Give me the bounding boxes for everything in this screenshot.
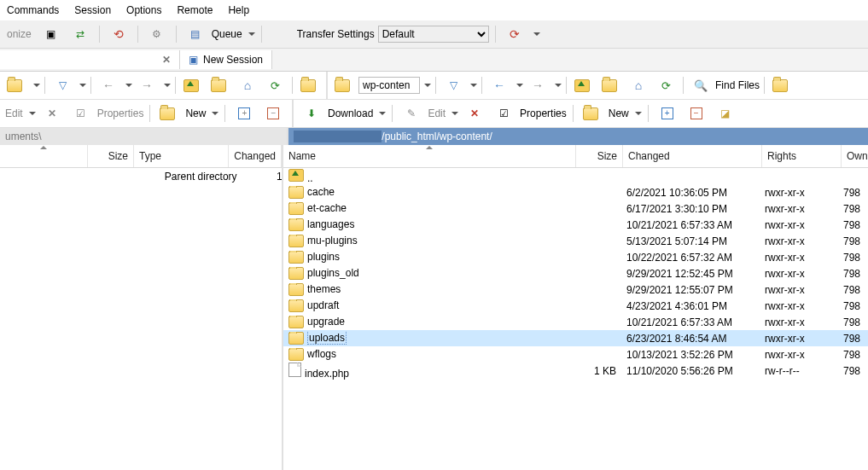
local-col-size[interactable]: Size xyxy=(88,145,134,167)
menu-session[interactable]: Session xyxy=(73,3,113,18)
local-file-list[interactable]: Parent directory10/22/2021 10:28 xyxy=(0,168,282,470)
table-row[interactable]: uploads6/23/2021 8:46:54 AMrwxr-xr-x798 xyxy=(283,330,868,346)
local-col-type[interactable]: Type xyxy=(134,145,229,167)
menu-options[interactable]: Options xyxy=(125,3,163,18)
remote-rootdir-icon[interactable] xyxy=(598,75,624,96)
remote-forward-dropdown-icon[interactable] xyxy=(555,84,562,87)
menu-remote[interactable]: Remote xyxy=(175,3,214,18)
remote-refresh-icon[interactable]: ⟳ xyxy=(653,75,679,96)
remote-filter-icon[interactable]: ▽ xyxy=(440,75,466,96)
local-new-dropdown-icon[interactable] xyxy=(212,112,218,115)
local-column-headers[interactable]: Size Type Changed xyxy=(0,145,282,168)
remote-edit-button[interactable]: Edit xyxy=(428,107,446,119)
remote-selectall-icon[interactable]: + xyxy=(661,107,673,119)
local-bookmark-icon[interactable] xyxy=(297,75,323,96)
local-properties-icon[interactable]: ☑ xyxy=(68,103,94,124)
remote-back-icon[interactable]: ← xyxy=(486,75,512,96)
find-files-icon[interactable]: 🔍 xyxy=(688,75,714,96)
remote-col-changed[interactable]: Changed xyxy=(623,145,762,167)
remote-bookmark-icon[interactable] xyxy=(769,75,795,96)
local-forward-dropdown-icon[interactable] xyxy=(164,84,171,87)
remote-col-name[interactable]: Name xyxy=(283,145,576,167)
local-selectall-icon[interactable]: + xyxy=(238,107,250,119)
download-dropdown-icon[interactable] xyxy=(379,112,386,115)
remote-edit-icon[interactable]: ✎ xyxy=(399,103,424,124)
menu-help[interactable]: Help xyxy=(226,3,251,18)
synchronize-button[interactable]: onize xyxy=(3,24,35,44)
remote-home-icon[interactable]: ⌂ xyxy=(626,75,651,96)
download-icon[interactable]: ⬇ xyxy=(299,103,324,124)
terminal-icon[interactable]: ▣ xyxy=(38,24,64,44)
local-selectnone-icon[interactable]: − xyxy=(267,107,279,119)
remote-properties-icon[interactable]: ☑ xyxy=(491,103,516,124)
remote-dir-icon[interactable] xyxy=(331,75,357,96)
sync-browse-icon[interactable]: ⟲ xyxy=(106,24,131,44)
download-button[interactable]: Download xyxy=(328,107,373,119)
remote-selectnone-icon[interactable]: − xyxy=(690,107,702,119)
local-new-icon[interactable] xyxy=(156,103,182,124)
compare-icon[interactable]: ⇄ xyxy=(67,24,93,44)
remote-new-dropdown-icon[interactable] xyxy=(635,112,642,115)
local-delete-icon[interactable]: ✕ xyxy=(39,103,65,124)
remote-col-owner[interactable]: Owner xyxy=(842,145,868,167)
remote-back-dropdown-icon[interactable] xyxy=(516,84,523,87)
local-edit-button[interactable]: Edit xyxy=(5,107,23,119)
table-row[interactable]: plugins_old9/29/2021 12:52:45 PMrwxr-xr-… xyxy=(283,265,868,281)
local-refresh-icon[interactable]: ⟳ xyxy=(262,75,288,96)
remote-new-button[interactable]: New xyxy=(609,107,629,119)
local-filter-dropdown-icon[interactable] xyxy=(79,84,86,87)
remote-parentdir-icon[interactable] xyxy=(571,75,597,96)
remote-col-size[interactable]: Size xyxy=(576,145,623,167)
table-row[interactable]: wflogs10/13/2021 3:52:26 PMrwxr-xr-x798 xyxy=(283,346,868,363)
remote-column-headers[interactable]: Name Size Changed Rights Owner xyxy=(283,145,868,168)
local-back-dropdown-icon[interactable] xyxy=(125,84,132,87)
remote-path-dropdown-icon[interactable] xyxy=(424,84,431,87)
local-parentdir-icon[interactable] xyxy=(180,75,206,96)
transfer-settings-select[interactable]: Default xyxy=(378,26,489,43)
local-new-button[interactable]: New xyxy=(185,107,206,119)
table-row[interactable]: mu-plugins5/13/2021 5:07:14 PMrwxr-xr-x7… xyxy=(283,233,868,249)
local-forward-icon[interactable]: → xyxy=(134,75,160,96)
table-row[interactable]: languages10/21/2021 6:57:33 AMrwxr-xr-x7… xyxy=(283,217,868,233)
keepuptodate-dropdown-icon[interactable] xyxy=(533,32,540,36)
local-back-icon[interactable]: ← xyxy=(96,75,121,96)
find-files-label[interactable]: Find Files xyxy=(715,79,760,91)
local-drive-icon[interactable] xyxy=(3,75,29,96)
remote-edit-dropdown-icon[interactable] xyxy=(451,112,458,115)
local-edit-dropdown-icon[interactable] xyxy=(29,112,36,115)
tab-active-session[interactable]: ✕ xyxy=(0,50,180,69)
remote-delete-icon[interactable]: ✕ xyxy=(462,103,487,124)
remote-new-icon[interactable] xyxy=(580,103,605,124)
local-properties-button[interactable]: Properties xyxy=(97,107,144,119)
remote-filter-dropdown-icon[interactable] xyxy=(470,84,477,87)
local-drive-dropdown-icon[interactable] xyxy=(33,84,40,87)
table-row[interactable]: Parent directory10/22/2021 10:28 xyxy=(0,168,282,184)
table-row[interactable]: upgrade10/21/2021 6:57:33 AMrwxr-xr-x798 xyxy=(283,314,868,330)
table-row[interactable]: themes9/29/2021 12:55:07 PMrwxr-xr-x798 xyxy=(283,281,868,298)
local-rootdir-icon[interactable] xyxy=(207,75,233,96)
remote-col-rights[interactable]: Rights xyxy=(762,145,842,167)
local-col-name[interactable] xyxy=(0,145,88,167)
remote-forward-icon[interactable]: → xyxy=(525,75,551,96)
table-row[interactable]: et-cache6/17/2021 3:30:10 PMrwxr-xr-x798 xyxy=(283,200,868,217)
tab-new-session[interactable]: ▣ New Session xyxy=(180,50,272,69)
remote-file-list[interactable]: ..cache6/2/2021 10:36:05 PMrwxr-xr-x798e… xyxy=(283,168,868,470)
table-row[interactable]: cache6/2/2021 10:36:05 PMrwxr-xr-x798 xyxy=(283,184,868,200)
table-row[interactable]: index.php1 KB11/10/2020 5:56:26 PMrw-r--… xyxy=(283,363,868,379)
options-icon[interactable]: ⚙ xyxy=(144,24,170,44)
local-filter-icon[interactable]: ▽ xyxy=(50,75,75,96)
queue-label[interactable]: Queue xyxy=(212,28,242,40)
table-row[interactable]: updraft4/23/2021 4:36:01 PMrwxr-xr-x798 xyxy=(283,298,868,314)
queue-icon[interactable]: ▤ xyxy=(183,24,208,44)
keepuptodate-icon[interactable]: ⟳ xyxy=(502,24,527,44)
table-row[interactable]: plugins10/22/2021 6:57:32 AMrwxr-xr-x798 xyxy=(283,249,868,265)
menu-commands[interactable]: Commands xyxy=(5,3,61,18)
remote-invertselect-icon[interactable]: ◪ xyxy=(713,103,738,124)
local-home-icon[interactable]: ⌂ xyxy=(235,75,260,96)
queue-dropdown-icon[interactable] xyxy=(248,32,255,36)
remote-path-combo[interactable] xyxy=(358,77,420,94)
remote-properties-button[interactable]: Properties xyxy=(520,107,567,119)
local-col-changed[interactable]: Changed xyxy=(229,145,282,167)
table-row[interactable]: .. xyxy=(283,168,868,184)
close-icon[interactable]: ✕ xyxy=(162,54,171,66)
